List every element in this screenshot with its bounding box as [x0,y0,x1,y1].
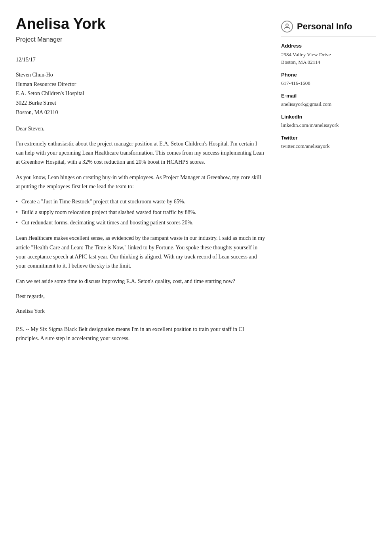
phone-label: Phone [281,71,376,79]
letter-ps: P.S. -- My Six Sigma Black Belt designat… [16,325,265,343]
phone-block: Phone 617-416-1608 [281,71,376,87]
letter-closing: Best regards, [16,292,265,300]
twitter-label: Twitter [281,134,376,142]
recipient-name: Steven Chun-Ho [16,70,265,80]
person-icon [281,21,293,33]
recipient-title: Human Resources Director [16,80,265,89]
recipient-city-state: Boston, MA 02110 [16,108,265,117]
address-label: Address [281,42,376,50]
letter-date: 12/15/17 [16,56,265,64]
linkedin-label: LinkedIn [281,113,376,121]
sidebar-title: Personal Info [297,20,352,33]
bullet-item-2: Build a supply room relocation project t… [16,208,265,217]
twitter-value: twitter.com/anelisayork [281,142,376,150]
letter-paragraph-1: I'm extremely enthusiastic about the pro… [16,139,265,166]
letter-main: Anelisa York Project Manager 12/15/17 St… [16,16,265,539]
letter-paragraph-3: Lean Healthcare makes excellent sense, a… [16,233,265,270]
linkedin-value: linkedin.com/in/anelisayork [281,121,376,129]
recipient-company: E.A. Seton Children's Hospital [16,89,265,98]
letter-salutation: Dear Steven, [16,124,265,133]
sidebar: Personal Info Address 2984 Valley View D… [281,16,376,539]
applicant-job-title: Project Manager [16,35,265,44]
email-block: E-mail anelisayork@gmail.com [281,92,376,108]
address-line2: Boston, MA 02114 [281,58,376,66]
bullet-item-3: Cut redundant forms, decimating wait tim… [16,218,265,227]
sidebar-divider [281,36,376,36]
linkedin-block: LinkedIn linkedin.com/in/anelisayork [281,113,376,129]
sidebar-header: Personal Info [281,20,376,33]
recipient-street: 3022 Burke Street [16,98,265,108]
letter-bullets: Create a "Just in Time Restock" project … [16,197,265,227]
letter-paragraph-2: As you know, Lean hinges on creating buy… [16,173,265,191]
email-label: E-mail [281,92,376,100]
recipient-block: Steven Chun-Ho Human Resources Director … [16,70,265,117]
applicant-name: Anelisa York [16,16,265,33]
bullet-item-1: Create a "Just in Time Restock" project … [16,197,265,206]
personal-info-section: Personal Info Address 2984 Valley View D… [281,20,376,150]
letter-signature: Anelisa York [16,307,265,315]
letter-paragraph-4: Can we set aside some time to discuss im… [16,277,265,286]
address-line1: 2984 Valley View Drive [281,51,376,59]
svg-point-0 [286,24,288,26]
phone-value: 617-416-1608 [281,79,376,87]
twitter-block: Twitter twitter.com/anelisayork [281,134,376,150]
address-block: Address 2984 Valley View Drive Boston, M… [281,42,376,66]
email-value: anelisayork@gmail.com [281,100,376,108]
